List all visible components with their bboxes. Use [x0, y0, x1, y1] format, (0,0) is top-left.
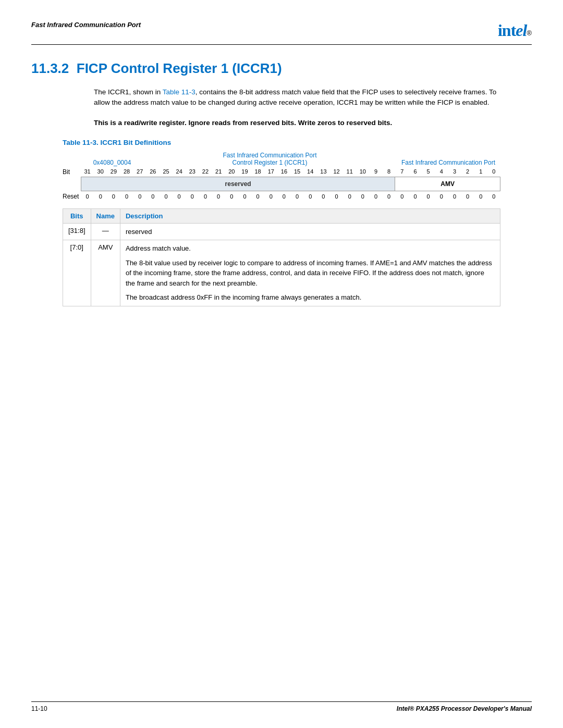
reset-value: 0: [251, 193, 264, 200]
bit-numbers-row: Bit 313029282726252423222120191817161514…: [63, 168, 500, 176]
definitions-table: Bits Name Description [31:8]—reserved[7:…: [63, 208, 500, 306]
reset-value: 0: [435, 193, 448, 200]
reset-value: 0: [291, 193, 304, 200]
reg-name-line2: Control Register 1 (ICCR1): [143, 159, 396, 166]
cell-bits: [7:0]: [63, 240, 91, 306]
reset-value: 0: [317, 193, 330, 200]
col-name: Name: [91, 208, 120, 223]
bit-number: 13: [317, 168, 330, 175]
reg-right-label: Fast Infrared Communication Port: [401, 159, 495, 166]
reset-value: 0: [461, 193, 474, 200]
field-reserved: reserved: [81, 177, 395, 191]
bit-number: 9: [369, 168, 382, 175]
intel-logo: intel®: [498, 21, 532, 40]
reset-value: 0: [304, 193, 317, 200]
reset-value: 0: [107, 193, 120, 200]
bit-number: 20: [225, 168, 238, 175]
reset-value: 0: [160, 193, 173, 200]
reset-value: 0: [396, 193, 409, 200]
reg-fields-row: reserved AMV: [81, 177, 500, 191]
bit-number: 22: [199, 168, 212, 175]
reset-value: 0: [212, 193, 225, 200]
reset-value: 0: [120, 193, 133, 200]
reset-value: 0: [199, 193, 212, 200]
page: Fast Infrared Communication Port intel® …: [0, 0, 563, 728]
reset-value: 0: [343, 193, 356, 200]
reset-value: 0: [356, 193, 369, 200]
bit-number: 24: [173, 168, 186, 175]
reset-value: 0: [330, 193, 343, 200]
footer-manual: Intel® PXA255 Processor Developer's Manu…: [397, 705, 532, 712]
bold-note: This is a read/write register. Ignore re…: [94, 118, 500, 128]
cell-bits: [31:8]: [63, 223, 91, 240]
bit-number: 18: [251, 168, 264, 175]
bit-number: 17: [264, 168, 277, 175]
bit-number: 26: [146, 168, 160, 175]
footer-page: 11-10: [31, 705, 47, 712]
reset-value: 0: [409, 193, 422, 200]
reset-value: 0: [81, 193, 94, 200]
bit-number: 28: [120, 168, 133, 175]
bit-number: 3: [448, 168, 461, 175]
section-title: 11.3.2 FICP Control Register 1 (ICCR1): [31, 60, 532, 77]
bit-number: 21: [212, 168, 225, 175]
reset-value: 0: [186, 193, 199, 200]
bit-number: 1: [474, 168, 487, 175]
bit-number: 5: [422, 168, 435, 175]
bit-number: 11: [343, 168, 356, 175]
bit-number: 30: [94, 168, 107, 175]
header-title: Fast Infrared Communication Port: [31, 21, 141, 29]
table-row: [7:0]AMVAddress match value.The 8-bit va…: [63, 240, 500, 306]
bit-number: 0: [487, 168, 500, 175]
col-bits: Bits: [63, 208, 91, 223]
reg-address: 0x4080_0004: [93, 159, 131, 166]
reset-value: 0: [238, 193, 251, 200]
cell-name: AMV: [91, 240, 120, 306]
bit-number: 6: [409, 168, 422, 175]
bit-number: 8: [383, 168, 396, 175]
reset-row: Reset 00000000000000000000000000000000: [63, 193, 500, 200]
body-paragraph: The ICCR1, shown in Table 11-3, contains…: [94, 87, 500, 108]
col-description: Description: [120, 208, 500, 223]
bit-number: 16: [277, 168, 290, 175]
reset-value: 0: [487, 193, 500, 200]
reset-value: 0: [422, 193, 435, 200]
reset-value: 0: [173, 193, 186, 200]
bit-number: 2: [461, 168, 474, 175]
page-header: Fast Infrared Communication Port intel®: [31, 21, 532, 45]
table-row: [31:8]—reserved: [63, 223, 500, 240]
reset-value: 0: [94, 193, 107, 200]
bit-label: Bit: [63, 168, 81, 176]
cell-description: reserved: [120, 223, 500, 240]
bit-number: 27: [133, 168, 146, 175]
bit-number: 25: [160, 168, 173, 175]
bit-number: 10: [356, 168, 369, 175]
reset-value: 0: [146, 193, 160, 200]
bit-number: 12: [330, 168, 343, 175]
reset-value: 0: [448, 193, 461, 200]
table-title: Table 11-3. ICCR1 Bit Definitions: [63, 139, 532, 146]
bit-cells: 3130292827262524232221201918171615141312…: [81, 168, 500, 175]
bit-number: 23: [186, 168, 199, 175]
reset-value: 0: [277, 193, 290, 200]
field-amv: AMV: [395, 177, 500, 191]
reset-value: 0: [474, 193, 487, 200]
reset-value: 0: [225, 193, 238, 200]
reset-value: 0: [369, 193, 382, 200]
bit-number: 14: [304, 168, 317, 175]
reset-value: 0: [383, 193, 396, 200]
cell-description: Address match value.The 8-bit value used…: [120, 240, 500, 306]
bit-number: 31: [81, 168, 94, 175]
register-diagram: 0x4080_0004 Fast Infrared Communication …: [63, 152, 500, 200]
reset-value: 0: [133, 193, 146, 200]
table-link[interactable]: Table 11-3: [163, 88, 195, 96]
reset-value: 0: [264, 193, 277, 200]
bit-number: 7: [396, 168, 409, 175]
bit-number: 29: [107, 168, 120, 175]
bit-number: 4: [435, 168, 448, 175]
bit-number: 15: [291, 168, 304, 175]
cell-name: —: [91, 223, 120, 240]
reg-name-line1: Fast Infrared Communication Port: [143, 152, 396, 159]
page-footer: 11-10 Intel® PXA255 Processor Developer'…: [31, 701, 532, 712]
bit-number: 19: [238, 168, 251, 175]
